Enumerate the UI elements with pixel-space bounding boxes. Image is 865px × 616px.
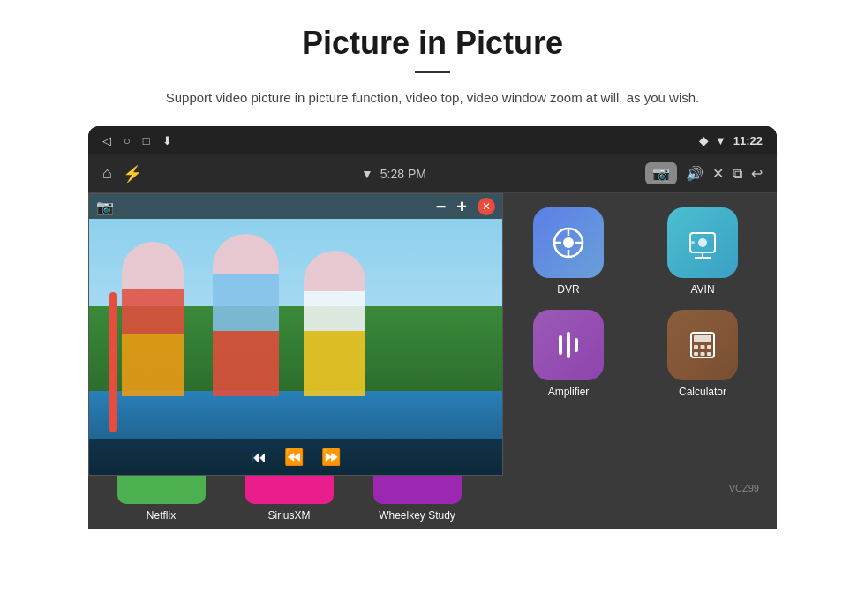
avin-icon-button[interactable] — [667, 207, 738, 278]
pip-camera-icon: 📷 — [96, 199, 114, 215]
app-item-avin: AVIN — [643, 207, 763, 296]
person-1 — [122, 242, 184, 396]
wifi-toolbar-icon: ▼ — [361, 167, 373, 181]
svg-rect-11 — [559, 335, 562, 355]
pip-rewind[interactable]: ⏪ — [284, 447, 304, 467]
page-header: Picture in Picture Support video picture… — [0, 0, 865, 126]
svg-rect-12 — [567, 332, 570, 358]
home-icon[interactable]: ⌂ — [102, 164, 112, 183]
video-scene — [89, 194, 502, 475]
pip-header: 📷 − + ✕ — [89, 194, 502, 219]
volume-icon[interactable]: 🔊 — [686, 165, 703, 182]
person-2 — [213, 234, 279, 396]
app-toolbar: ⌂ ⚡ ▼ 5:28 PM 📷 🔊 ✕ ⧉ ↩ — [88, 154, 777, 193]
home-nav-icon[interactable]: ○ — [124, 134, 131, 147]
status-bar-right: ◆ ▼ 11:22 — [699, 134, 763, 147]
svg-rect-16 — [694, 345, 698, 349]
page-description: Support video picture in picture functio… — [71, 87, 794, 109]
page-title: Picture in Picture — [71, 25, 794, 62]
usb-icon: ⚡ — [123, 164, 142, 184]
toolbar-time: 5:28 PM — [380, 167, 426, 181]
pip-top-controls: − + ✕ — [436, 197, 495, 217]
app-grid: DVR AVIN — [494, 193, 777, 529]
status-time: 11:22 — [733, 134, 763, 147]
pip-toolbar-icon[interactable]: ⧉ — [733, 166, 742, 182]
pip-zoom-out[interactable]: − — [436, 197, 447, 217]
person-3 — [304, 251, 365, 396]
status-bar: ◁ ○ □ ⬇ ◆ ▼ 11:22 — [88, 126, 777, 154]
status-bar-left: ◁ ○ □ ⬇ — [102, 134, 172, 147]
siriusxm-label: SiriusXM — [267, 509, 310, 529]
app-item-dvr: DVR — [508, 207, 628, 296]
close-toolbar-icon[interactable]: ✕ — [712, 165, 724, 182]
toolbar-left: ⌂ ⚡ — [102, 164, 142, 184]
back-nav-icon[interactable]: ◁ — [102, 134, 111, 147]
amplifier-svg-icon — [552, 328, 585, 362]
calculator-icon-button[interactable] — [667, 310, 738, 380]
dvr-svg-icon — [551, 225, 586, 260]
svg-point-9 — [698, 238, 707, 247]
pip-forward[interactable]: ⏩ — [321, 447, 341, 467]
app-item-calculator: Calculator — [643, 310, 763, 398]
svg-rect-18 — [707, 345, 711, 349]
svg-rect-21 — [707, 352, 711, 356]
svg-point-1 — [563, 237, 574, 248]
dvr-icon-button[interactable] — [533, 207, 604, 278]
pip-close-button[interactable]: ✕ — [478, 198, 495, 215]
camera-button[interactable]: 📷 — [645, 162, 677, 184]
device-frame: ◁ ○ □ ⬇ ◆ ▼ 11:22 ⌂ ⚡ ▼ 5:28 PM 📷 🔊 ✕ ⧉ … — [88, 126, 777, 529]
svg-rect-15 — [694, 335, 711, 342]
amplifier-icon-button[interactable] — [533, 310, 604, 380]
recent-nav-icon[interactable]: □ — [143, 134, 150, 147]
title-divider — [415, 71, 450, 73]
location-icon: ◆ — [699, 134, 708, 147]
pip-skip-back[interactable]: ⏮ — [251, 448, 267, 467]
dvr-label: DVR — [557, 283, 579, 296]
amplifier-label: Amplifier — [548, 386, 590, 398]
svg-rect-17 — [701, 345, 705, 349]
watermark: VCZ99 — [729, 483, 759, 493]
pip-controls-bottom: ⏮ ⏪ ⏩ — [89, 439, 502, 475]
wheelkey-label: Wheelkey Study — [379, 509, 455, 529]
toolbar-right: 📷 🔊 ✕ ⧉ ↩ — [645, 162, 763, 184]
netflix-label: Netflix — [147, 509, 176, 529]
svg-rect-13 — [575, 338, 578, 352]
main-content: 📷 − + ✕ — [88, 193, 777, 529]
pole — [109, 292, 117, 432]
download-icon: ⬇ — [162, 134, 172, 147]
avin-label: AVIN — [690, 283, 714, 296]
svg-point-10 — [691, 241, 695, 244]
svg-rect-20 — [701, 352, 705, 356]
toolbar-center: ▼ 5:28 PM — [361, 167, 426, 181]
calculator-label: Calculator — [679, 386, 726, 398]
pip-video-container: 📷 − + ✕ — [88, 193, 503, 476]
calculator-svg-icon — [686, 328, 719, 362]
pip-zoom-in[interactable]: + — [456, 197, 467, 217]
app-item-amplifier: Amplifier — [508, 310, 628, 398]
avin-svg-icon — [686, 226, 719, 259]
back-toolbar-icon[interactable]: ↩ — [751, 165, 763, 182]
svg-rect-19 — [694, 352, 698, 356]
wifi-status-icon: ▼ — [715, 134, 726, 147]
